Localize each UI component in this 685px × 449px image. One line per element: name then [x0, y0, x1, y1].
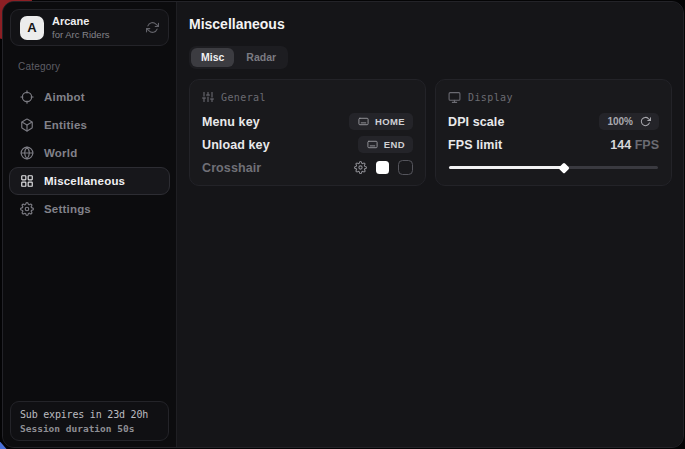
slider-fill — [449, 166, 564, 169]
sidebar-item-label: Entities — [44, 119, 87, 131]
menu-key-row: Menu key HOME — [202, 112, 413, 131]
crosshair-checkbox[interactable] — [398, 160, 413, 175]
page-title: Miscellaneous — [189, 16, 683, 32]
tab-radar[interactable]: Radar — [236, 48, 286, 67]
dpi-scale-label: DPI scale — [448, 115, 505, 129]
gear-icon — [20, 202, 34, 216]
sidebar-item-aimbot[interactable]: Aimbot — [9, 83, 170, 111]
sidebar-item-world[interactable]: World — [9, 139, 170, 167]
fps-limit-row: FPS limit 144 FPS — [448, 135, 659, 154]
general-panel: General Menu key HOME Unload key — [189, 79, 426, 186]
grid-icon — [20, 174, 34, 188]
crosshair-settings-gear-icon[interactable] — [354, 161, 367, 174]
unload-key-row: Unload key END — [202, 135, 413, 154]
crosshair-row: Crosshair — [202, 158, 413, 177]
fps-limit-label: FPS limit — [448, 138, 502, 152]
sidebar: A Arcane for Arc Riders Category Aimbot — [3, 2, 177, 447]
fps-limit-slider[interactable] — [449, 163, 658, 171]
tab-misc[interactable]: Misc — [191, 48, 234, 67]
app-window: A Arcane for Arc Riders Category Aimbot — [2, 1, 684, 448]
crosshair-color-swatch[interactable] — [376, 161, 389, 174]
subscription-expiry: Sub expires in 23d 20h — [20, 409, 159, 420]
crosshair-icon — [20, 90, 34, 104]
tab-bar: Misc Radar — [189, 46, 288, 69]
main-content: Miscellaneous Misc Radar General Menu ke… — [177, 2, 683, 447]
category-label: Category — [18, 61, 176, 72]
unload-key-label: Unload key — [202, 138, 270, 152]
sidebar-item-label: Miscellaneous — [44, 175, 125, 187]
menu-key-value: HOME — [375, 116, 405, 127]
general-panel-title: General — [221, 92, 266, 103]
account-subtitle: for Arc Riders — [52, 30, 110, 40]
dpi-scale-row: DPI scale 100% — [448, 112, 659, 131]
app-logo: A — [20, 16, 44, 40]
reset-rotate-icon[interactable] — [640, 116, 651, 127]
sidebar-item-miscellaneous[interactable]: Miscellaneous — [9, 167, 170, 195]
fps-limit-value: 144 FPS — [610, 138, 659, 152]
sidebar-item-label: World — [44, 147, 77, 159]
sidebar-item-label: Settings — [44, 203, 91, 215]
account-text: Arcane for Arc Riders — [52, 16, 110, 40]
display-panel-header: Display — [448, 90, 659, 104]
crosshair-controls — [354, 160, 413, 175]
globe-icon — [20, 146, 34, 160]
keyboard-icon — [357, 116, 370, 127]
menu-key-bind-button[interactable]: HOME — [349, 113, 413, 130]
display-panel: Display DPI scale 100% FPS limit — [435, 79, 672, 186]
slider-thumb[interactable] — [559, 162, 570, 173]
fps-number: 144 — [610, 138, 631, 152]
unload-key-bind-button[interactable]: END — [358, 136, 413, 153]
sync-icon[interactable] — [146, 21, 159, 34]
dpi-scale-control[interactable]: 100% — [599, 113, 659, 130]
general-panel-header: General — [202, 90, 413, 104]
display-panel-title: Display — [468, 92, 513, 103]
box-icon — [20, 118, 34, 132]
panels-row: General Menu key HOME Unload key — [189, 79, 683, 186]
unload-key-value: END — [384, 139, 405, 150]
sidebar-nav: Aimbot Entities World Miscellaneous — [3, 83, 176, 223]
sidebar-item-entities[interactable]: Entities — [9, 111, 170, 139]
monitor-icon — [448, 91, 461, 104]
session-duration: Session duration 50s — [20, 423, 159, 434]
sliders-icon — [202, 91, 214, 103]
account-name: Arcane — [52, 16, 110, 27]
keyboard-icon — [366, 139, 379, 150]
account-card[interactable]: A Arcane for Arc Riders — [10, 9, 169, 46]
crosshair-label: Crosshair — [202, 161, 261, 175]
fps-unit: FPS — [635, 138, 659, 152]
menu-key-label: Menu key — [202, 115, 260, 129]
subscription-card: Sub expires in 23d 20h Session duration … — [10, 401, 169, 441]
dpi-scale-value: 100% — [607, 116, 633, 127]
sidebar-item-label: Aimbot — [44, 91, 85, 103]
sidebar-item-settings[interactable]: Settings — [9, 195, 170, 223]
